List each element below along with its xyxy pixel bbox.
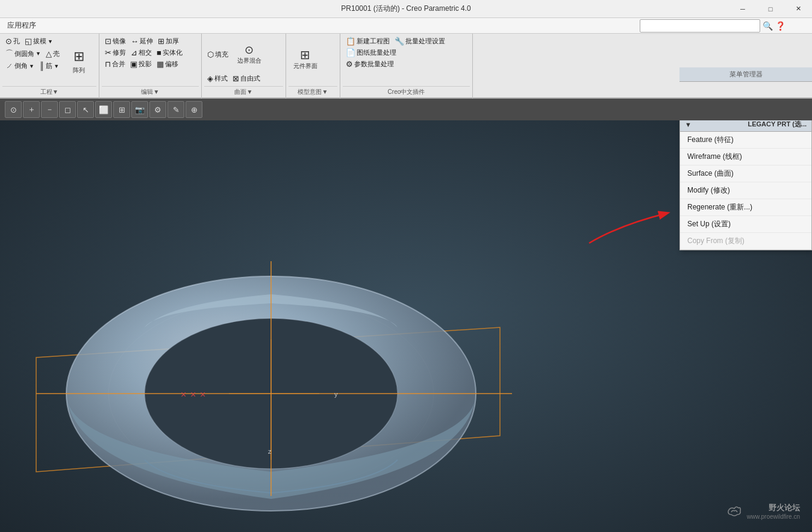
title-bar: PR10001 (活动的) - Creo Parametric 4.0 ─ □ … [0,0,812,18]
group-label-engineering[interactable]: 工程▼ [2,86,96,97]
group-label-creo-plugin[interactable]: Creo中文插件 [343,86,470,97]
btn-style[interactable]: ◈样式 [205,73,230,84]
search-icon[interactable]: 🔍 [763,21,773,31]
svg-text:×: × [181,389,186,400]
btn-round[interactable]: ⌒倒圆角▼ [4,48,43,60]
toolbar-btn-zoom-in[interactable]: ＋ [23,101,40,118]
dropdown-item-modify[interactable]: Modify (修改) [680,182,811,199]
window-controls: ─ □ ✕ [729,0,812,17]
btn-intersect[interactable]: ⊿相交 [129,48,154,58]
toolbar-btn-rect-select[interactable]: ⬜ [95,101,112,118]
btn-thicken[interactable]: ⊞加厚 [156,36,181,46]
btn-param-batch[interactable]: ⚙参数批量处理 [344,59,396,69]
ribbon-group-engineering: ⊙孔 ◱拔模▼ ⌒倒圆角▼ △壳 ⟋倒角▼ ║筋▼ ⊞ 阵列 [0,34,99,99]
right-panel: 菜单管理器 ▼ LEGACY PRT (选... Feature (特征) Wi… [679,67,812,82]
toolbar-btn-zoom-out[interactable]: － [41,101,58,118]
toolbar-btn-fit[interactable]: ⊙ [5,101,22,118]
toolbar-btn-settings2[interactable]: ⚙ [149,101,166,118]
ribbon-group-surface: ⬡填充 ⊙ 边界混合 ◈样式 ⊠自由式 曲面▼ [202,34,286,99]
btn-hole[interactable]: ⊙孔 [4,36,22,46]
btn-fill[interactable]: ⬡填充 [205,49,230,60]
svg-text:×: × [190,389,196,400]
group-label-edit[interactable]: 编辑▼ [102,86,199,97]
dropdown-item-setup[interactable]: Set Up (设置) [680,216,811,233]
btn-batch-settings[interactable]: 🔧批量处理设置 [393,36,447,46]
watermark-line1: 野火论坛 [747,503,800,513]
btn-rib[interactable]: ║筋▼ [37,61,61,71]
btn-shell[interactable]: △壳 [44,49,61,59]
btn-drawing-batch[interactable]: 📄图纸批量处理 [344,48,398,58]
dropdown-collapse-icon[interactable]: ▼ [685,121,692,128]
svg-text:×: × [200,389,205,400]
btn-new-drawing[interactable]: 📋新建工程图 [344,36,392,46]
svg-text:z: z [268,448,272,455]
group-label-model-intent[interactable]: 模型意图▼ [289,86,337,97]
title-text: PR10001 (活动的) - Creo Parametric 4.0 [341,4,470,14]
btn-extend[interactable]: ↔延伸 [129,36,155,46]
btn-component-interface[interactable]: ⊞ 元件界面 [290,36,321,82]
btn-merge[interactable]: ⊓合并 [103,59,127,69]
btn-draft[interactable]: ◱拔模▼ [23,36,55,46]
toolbar-btn-box[interactable]: ◻ [59,101,76,118]
menu-manager-label: 菜单管理器 [679,67,812,82]
dropdown-item-surface[interactable]: Surface (曲面) [680,165,811,182]
dropdown-header-title: LEGACY PRT (选... [748,120,807,129]
help-icon[interactable]: ❓ [775,21,785,31]
quick-toolbar: ⊙ ＋ － ◻ ↖ ⬜ ⊞ 📷 ⚙ ✎ ⊕ [0,99,812,120]
search-input[interactable] [640,19,760,32]
toolbar-btn-grid-select[interactable]: ⊞ [113,101,130,118]
btn-trim[interactable]: ✂修剪 [103,48,128,58]
menu-item-app[interactable]: 应用程序 [2,19,41,32]
dropdown-menu: ▼ LEGACY PRT (选... Feature (特征) Wirefram… [679,117,812,250]
btn-freestyle[interactable]: ⊠自由式 [231,73,262,84]
btn-pattern[interactable]: ⊞ 阵列 [64,38,94,84]
watermark-logo: 野火论坛 www.proewildfire.cn [725,503,800,520]
ribbon-group-creo-plugin: 📋新建工程图 🔧批量处理设置 📄图纸批量处理 ⚙参数批量处理 Creo中文插件 [340,34,473,99]
close-button[interactable]: ✕ [784,0,812,18]
ribbon-group-edit: ⊡镜像 ↔延伸 ⊞加厚 ✂修剪 ⊿相交 ■实体化 ⊓合并 ▣投影 ▦偏移 [99,34,202,99]
svg-text:y: y [334,391,338,398]
watermark-line2: www.proewildfire.cn [747,513,800,520]
dropdown-item-copy-from: Copy From (复制) [680,233,811,250]
toolbar-btn-capture[interactable]: 📷 [131,101,148,118]
maximize-button[interactable]: □ [757,0,784,18]
btn-solidify[interactable]: ■实体化 [155,48,184,58]
btn-mirror[interactable]: ⊡镜像 [103,36,128,46]
menu-bar: 应用程序 🔍 ❓ [0,18,812,34]
ribbon: ⊙孔 ◱拔模▼ ⌒倒圆角▼ △壳 ⟋倒角▼ ║筋▼ ⊞ 阵列 [0,34,812,99]
toolbar-btn-edit2[interactable]: ✎ [167,101,184,118]
minimize-button[interactable]: ─ [729,0,757,18]
toolbar-btn-more[interactable]: ⊕ [186,101,202,118]
btn-offset[interactable]: ▦偏移 [155,59,180,69]
dropdown-item-feature[interactable]: Feature (特征) [680,132,811,149]
btn-project[interactable]: ▣投影 [128,59,154,69]
ribbon-group-model-intent: ⊞ 元件界面 模型意图▼ [286,34,340,99]
dropdown-item-wireframe[interactable]: Wireframe (线框) [680,149,811,165]
group-label-surface[interactable]: 曲面▼ [204,86,283,97]
dropdown-item-regenerate[interactable]: Regenerate (重新...) [680,199,811,216]
watermark: 野火论坛 www.proewildfire.cn [725,503,800,520]
btn-boundary-blend[interactable]: ⊙ 边界混合 [231,36,267,72]
toolbar-btn-cursor[interactable]: ↖ [77,101,94,118]
btn-chamfer[interactable]: ⟋倒角▼ [4,61,36,71]
